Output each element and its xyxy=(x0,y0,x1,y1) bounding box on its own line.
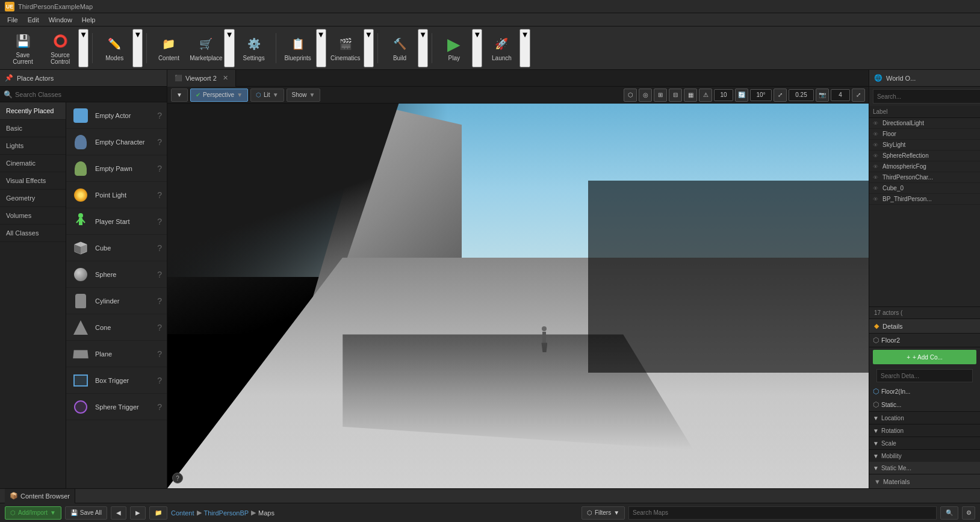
build-arrow[interactable]: ▼ xyxy=(418,29,428,67)
menu-edit[interactable]: Edit xyxy=(23,15,44,25)
camera-speed-input[interactable] xyxy=(831,89,850,101)
settings-button[interactable]: ⚙️ Settings xyxy=(236,29,272,67)
scale-size-input[interactable] xyxy=(789,89,814,101)
actor-item-sphere-trigger[interactable]: Sphere Trigger ? xyxy=(66,394,167,420)
cinematics-arrow[interactable]: ▼ xyxy=(364,29,374,67)
search-maps-input[interactable] xyxy=(628,506,937,520)
actor-item-plane[interactable]: Plane ? xyxy=(66,341,167,367)
category-basic[interactable]: Basic xyxy=(0,120,66,137)
menu-help[interactable]: Help xyxy=(77,15,101,25)
blueprints-arrow[interactable]: ▼ xyxy=(316,29,326,67)
outliner-row-0[interactable]: 👁 DirectionalLight xyxy=(869,118,980,129)
outliner-row-7[interactable]: 👁 BP_ThirdPerson... xyxy=(869,194,980,205)
viewport-dropdown-btn[interactable]: ▼ xyxy=(171,89,188,102)
category-volumes[interactable]: Volumes xyxy=(0,207,66,225)
actor-item-empty-character[interactable]: Empty Character ? xyxy=(66,129,167,155)
nav-forward-button[interactable]: ▶ xyxy=(130,506,146,520)
outliner-row-3[interactable]: 👁 SphereReflection xyxy=(869,151,980,161)
outliner-row-1[interactable]: 👁 Floor xyxy=(869,129,980,140)
details-rotation-header[interactable]: ▼ Rotation xyxy=(869,424,980,437)
search-button[interactable]: 🔍 xyxy=(940,506,958,520)
details-static-row[interactable]: ⬡ Static... xyxy=(869,398,980,411)
cb-settings-btn[interactable]: ⚙ xyxy=(962,506,975,520)
vp-ctrl-scale-icon[interactable]: ⤢ xyxy=(774,89,787,102)
source-control-button[interactable]: ⭕ Source Control xyxy=(42,29,78,67)
add-import-button[interactable]: ⬡ Add/Import ▼ xyxy=(5,506,61,520)
box-trigger-info[interactable]: ? xyxy=(157,376,162,385)
category-lights[interactable]: Lights xyxy=(0,137,66,155)
search-details-input[interactable] xyxy=(876,369,973,382)
play-arrow[interactable]: ▼ xyxy=(472,29,482,67)
sphere-info[interactable]: ? xyxy=(157,270,162,279)
sphere-trigger-info[interactable]: ? xyxy=(157,402,162,412)
viewport-help-btn[interactable]: ? xyxy=(172,473,183,483)
menu-window[interactable]: Window xyxy=(44,15,77,25)
source-control-arrow[interactable]: ▼ xyxy=(78,29,88,67)
cylinder-info[interactable]: ? xyxy=(157,296,162,306)
category-recently-placed[interactable]: Recently Placed xyxy=(0,102,66,120)
save-all-button[interactable]: 💾 Save All xyxy=(65,506,107,520)
actor-item-empty-pawn[interactable]: Empty Pawn ? xyxy=(66,155,167,182)
actor-item-empty-actor[interactable]: Empty Actor ? xyxy=(66,102,167,129)
viewport-tab-close[interactable]: ✕ xyxy=(223,74,228,82)
plane-info[interactable]: ? xyxy=(157,349,162,359)
perspective-btn[interactable]: ✔ Perspective ▼ xyxy=(190,89,248,102)
actor-item-cylinder[interactable]: Cylinder ? xyxy=(66,288,167,314)
breadcrumb-maps[interactable]: Maps xyxy=(258,509,274,517)
vp-ctrl-grid-icon[interactable]: ▦ xyxy=(684,89,697,102)
actor-item-cube[interactable]: Cube ? xyxy=(66,235,167,261)
vp-ctrl-5[interactable]: ⚠ xyxy=(699,89,712,102)
save-current-button[interactable]: 💾 Save Current xyxy=(5,29,41,67)
cube-info[interactable]: ? xyxy=(157,243,162,253)
static-mesh-section[interactable]: ▼ Static Me... xyxy=(869,462,980,474)
viewport-tab[interactable]: ⬛ Viewport 2 ✕ xyxy=(167,70,236,87)
vp-ctrl-4[interactable]: ⊟ xyxy=(669,89,682,102)
lit-btn[interactable]: ⬡ Lit ▼ xyxy=(250,89,284,102)
viewport-canvas[interactable]: ? xyxy=(167,104,869,488)
empty-pawn-info[interactable]: ? xyxy=(157,164,162,173)
outliner-row-2[interactable]: 👁 SkyLight xyxy=(869,140,980,151)
breadcrumb-thirpersonbp[interactable]: ThirdPersonBP xyxy=(204,509,249,517)
player-start-info[interactable]: ? xyxy=(157,217,162,226)
point-light-info[interactable]: ? xyxy=(157,190,162,200)
filters-button[interactable]: ⬡ Filters ▼ xyxy=(581,506,625,520)
cone-info[interactable]: ? xyxy=(157,323,162,332)
vp-camera-icon[interactable]: 📷 xyxy=(816,89,829,102)
details-scale-header[interactable]: ▼ Scale xyxy=(869,437,980,449)
breadcrumb-content[interactable]: Content xyxy=(171,509,194,517)
content-browser-tab[interactable]: 📦 Content Browser xyxy=(5,489,75,503)
category-geometry[interactable]: Geometry xyxy=(0,190,66,207)
menu-file[interactable]: File xyxy=(2,15,23,25)
actor-item-cone[interactable]: Cone ? xyxy=(66,314,167,341)
search-classes-input[interactable] xyxy=(15,91,163,98)
details-location-header[interactable]: ▼ Location xyxy=(869,412,980,424)
marketplace-arrow[interactable]: ▼ xyxy=(224,29,234,67)
category-all-classes[interactable]: All Classes xyxy=(0,225,66,242)
launch-arrow[interactable]: ▼ xyxy=(519,29,530,67)
angle-size-input[interactable] xyxy=(750,89,772,101)
cinematics-button[interactable]: 🎬 Cinematics xyxy=(327,29,364,67)
details-component-row[interactable]: ⬡ Floor2(In... xyxy=(869,385,980,398)
empty-actor-info[interactable]: ? xyxy=(157,111,162,120)
outliner-row-6[interactable]: 👁 Cube_0 xyxy=(869,183,980,194)
modes-arrow[interactable]: ▼ xyxy=(132,29,143,67)
world-outliner-search[interactable] xyxy=(873,89,980,104)
outliner-row-5[interactable]: 👁 ThirdPersonChar... xyxy=(869,172,980,183)
outliner-row-4[interactable]: 👁 AtmosphericFog xyxy=(869,161,980,172)
vp-ctrl-3[interactable]: ⊞ xyxy=(654,89,667,102)
vp-ctrl-1[interactable]: ⬡ xyxy=(624,89,637,102)
actor-item-point-light[interactable]: Point Light ? xyxy=(66,182,167,208)
category-cinematic[interactable]: Cinematic xyxy=(0,155,66,172)
vp-ctrl-angle-icon[interactable]: 🔄 xyxy=(735,89,748,102)
folder-browse-button[interactable]: 📁 xyxy=(149,506,167,520)
grid-size-input[interactable] xyxy=(714,89,733,101)
marketplace-button[interactable]: 🛒 Marketplace xyxy=(188,29,224,67)
actor-item-sphere[interactable]: Sphere ? xyxy=(66,261,167,288)
add-component-button[interactable]: + + Add Co... xyxy=(873,350,976,364)
nav-back-button[interactable]: ◀ xyxy=(111,506,126,520)
show-btn[interactable]: Show ▼ xyxy=(287,89,321,102)
content-button[interactable]: 📁 Content xyxy=(150,29,187,67)
vp-ctrl-maximize[interactable]: ⤢ xyxy=(852,89,865,102)
vp-ctrl-2[interactable]: ◎ xyxy=(639,89,652,102)
play-button[interactable]: ▶ Play xyxy=(436,29,472,67)
